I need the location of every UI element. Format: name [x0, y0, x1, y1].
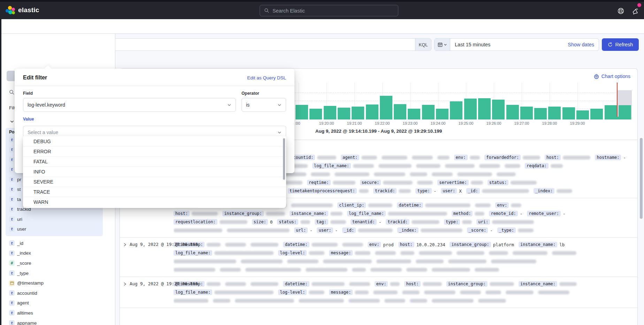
histogram-bar[interactable] [576, 110, 589, 119]
redacted-value [432, 299, 474, 303]
field-label-pill: log-level: [278, 250, 307, 256]
histogram-bar[interactable] [478, 98, 491, 119]
field-item-user[interactable]: tuser [9, 224, 103, 234]
field-value: 0 [270, 219, 273, 225]
value-option-info[interactable]: INFO [23, 167, 286, 177]
show-dates-link[interactable]: Show dates [568, 42, 599, 47]
histogram-bar[interactable] [380, 96, 392, 119]
date-picker-calendar-button[interactable] [435, 39, 450, 51]
histogram-bar[interactable] [352, 107, 364, 119]
page-scrollbar[interactable] [640, 138, 643, 219]
redacted-value [511, 181, 537, 185]
redacted-value [538, 291, 569, 294]
expand-row-icon[interactable] [123, 282, 127, 286]
field-label-pill: host: [404, 281, 420, 287]
query-language-badge[interactable]: KQL [415, 39, 431, 51]
help-icon[interactable] [618, 8, 624, 14]
field-item-accountid[interactable]: taccountid [9, 288, 110, 298]
refresh-button[interactable]: Refresh [602, 38, 639, 51]
histogram-bar[interactable] [366, 105, 378, 119]
x-axis-tick-label: 19:27:00 [514, 121, 529, 125]
redacted-value [557, 189, 572, 193]
field-item-uri[interactable]: turi [9, 214, 103, 224]
source-line: log_file_name:log-level:message: [174, 288, 630, 296]
histogram-bar[interactable] [394, 104, 406, 119]
time-range-value[interactable]: Last 15 minutes [450, 42, 568, 47]
field-value: lb [559, 242, 565, 247]
global-search-input[interactable]: Search Elastic [260, 5, 398, 16]
field-combobox[interactable]: log-level.keyword [23, 98, 236, 112]
field-item-alltimes[interactable]: talltimes [9, 308, 110, 318]
chart-options-link[interactable]: Chart options [594, 73, 630, 79]
field-name: pr [17, 177, 21, 182]
redacted-value [373, 291, 398, 294]
value-option-trace[interactable]: TRACE [23, 187, 286, 197]
value-option-fatal[interactable]: FATAL [23, 157, 286, 167]
redacted-value [475, 203, 491, 207]
histogram-bar[interactable] [492, 100, 505, 119]
redacted-value [174, 299, 208, 303]
field-item-id[interactable]: t_id [9, 238, 110, 248]
source-line: @timestamp:datetime:env:prodhost:10.0.20… [174, 240, 630, 249]
value-option-severe[interactable]: SEVERE [23, 177, 286, 187]
field-name: _index [17, 250, 31, 256]
value-option-error[interactable]: ERROR [23, 147, 286, 157]
redacted-value [355, 251, 370, 255]
field-label-pill: reqdata: [525, 163, 549, 169]
text-field-icon: t [9, 216, 15, 222]
field-item-type[interactable]: t_type [9, 268, 110, 278]
redacted-value [511, 203, 521, 207]
text-field-icon: t [9, 177, 15, 182]
histogram-plot[interactable] [295, 83, 632, 119]
histogram-bar[interactable] [296, 105, 308, 119]
field-label-pill: servertime: [437, 180, 468, 185]
edit-as-query-dsl-link[interactable]: Edit as Query DSL [247, 75, 286, 80]
value-option-warn[interactable]: WARN [23, 197, 286, 207]
histogram-bar[interactable] [450, 101, 462, 119]
field-label-pill: tenantid: [351, 219, 377, 225]
histogram-bar[interactable] [506, 105, 519, 119]
histogram-bar[interactable] [562, 107, 575, 119]
histogram-bar[interactable] [422, 105, 435, 119]
redacted-value [416, 260, 444, 263]
field-label-pill: message: [329, 250, 353, 256]
chevron-down-icon[interactable] [10, 119, 14, 124]
field-item-score[interactable]: #_score [9, 258, 110, 268]
field-name: ta [17, 197, 21, 202]
redacted-value [207, 243, 221, 247]
field-name: _type [17, 271, 29, 276]
source-line [174, 257, 630, 265]
histogram-bar[interactable] [408, 109, 420, 119]
histogram-bar[interactable] [436, 109, 449, 119]
redacted-value [492, 220, 534, 224]
redacted-value [400, 251, 414, 255]
histogram-bar[interactable] [464, 99, 477, 119]
field-label-pill: client_ip: [337, 202, 366, 208]
dropdown-scrollbar[interactable] [283, 138, 285, 180]
histogram-bar[interactable] [590, 109, 603, 119]
x-axis-tick-label: :00 [295, 121, 300, 125]
operator-combobox[interactable]: is [242, 98, 286, 112]
field-label-pill: url: [294, 227, 308, 233]
news-feed-icon[interactable] [632, 8, 639, 15]
field-item-index[interactable]: t_index [9, 248, 110, 258]
histogram-bar[interactable] [324, 106, 336, 119]
histogram-bar[interactable] [534, 108, 547, 119]
field-item-agent[interactable]: tagent [9, 298, 110, 308]
field-item-timestamp[interactable]: @timestamp [9, 278, 110, 288]
source-line [174, 265, 630, 274]
field-label-pill: _index: [397, 227, 419, 233]
text-field-icon: t [9, 187, 15, 192]
value-option-debug[interactable]: DEBUG [23, 137, 286, 147]
histogram-bar[interactable] [309, 109, 322, 119]
expand-row-icon[interactable] [123, 242, 127, 247]
histogram-bar[interactable] [520, 107, 533, 119]
histogram-bar[interactable] [548, 107, 561, 119]
field-value: platform [493, 242, 514, 247]
field-label-pill: reqtime: [307, 180, 331, 185]
histogram-bar[interactable] [338, 108, 350, 119]
redacted-value [410, 299, 427, 303]
field-label-pill: instance_group: [222, 211, 263, 216]
field-item-appname[interactable]: tappname [9, 318, 110, 325]
field-label-pill: size: [252, 219, 268, 225]
